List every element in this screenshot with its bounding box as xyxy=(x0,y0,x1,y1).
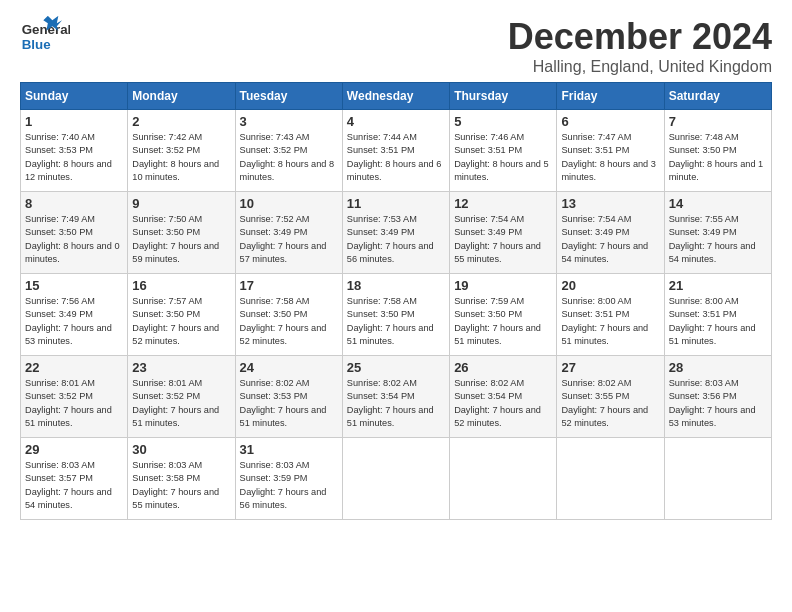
day-number: 30 xyxy=(132,442,230,457)
day-info: Sunrise: 7:46 AMSunset: 3:51 PMDaylight:… xyxy=(454,131,552,184)
day-info: Sunrise: 8:00 AMSunset: 3:51 PMDaylight:… xyxy=(669,295,767,348)
day-number: 28 xyxy=(669,360,767,375)
day-number: 20 xyxy=(561,278,659,293)
day-info: Sunrise: 8:00 AMSunset: 3:51 PMDaylight:… xyxy=(561,295,659,348)
day-number: 3 xyxy=(240,114,338,129)
col-sunday: Sunday xyxy=(21,83,128,110)
day-info: Sunrise: 7:43 AMSunset: 3:52 PMDaylight:… xyxy=(240,131,338,184)
day-info: Sunrise: 7:53 AMSunset: 3:49 PMDaylight:… xyxy=(347,213,445,266)
main-title: December 2024 xyxy=(508,16,772,58)
calendar-cell: 8Sunrise: 7:49 AMSunset: 3:50 PMDaylight… xyxy=(21,192,128,274)
day-info: Sunrise: 7:52 AMSunset: 3:49 PMDaylight:… xyxy=(240,213,338,266)
day-info: Sunrise: 8:02 AMSunset: 3:55 PMDaylight:… xyxy=(561,377,659,430)
day-number: 6 xyxy=(561,114,659,129)
calendar-cell: 21Sunrise: 8:00 AMSunset: 3:51 PMDayligh… xyxy=(664,274,771,356)
day-number: 11 xyxy=(347,196,445,211)
calendar-week-1: 1Sunrise: 7:40 AMSunset: 3:53 PMDaylight… xyxy=(21,110,772,192)
day-number: 31 xyxy=(240,442,338,457)
day-info: Sunrise: 7:54 AMSunset: 3:49 PMDaylight:… xyxy=(454,213,552,266)
day-info: Sunrise: 8:02 AMSunset: 3:54 PMDaylight:… xyxy=(454,377,552,430)
day-number: 25 xyxy=(347,360,445,375)
calendar-cell: 14Sunrise: 7:55 AMSunset: 3:49 PMDayligh… xyxy=(664,192,771,274)
title-block: December 2024 Halling, England, United K… xyxy=(508,16,772,76)
day-number: 10 xyxy=(240,196,338,211)
calendar-cell: 18Sunrise: 7:58 AMSunset: 3:50 PMDayligh… xyxy=(342,274,449,356)
day-info: Sunrise: 7:58 AMSunset: 3:50 PMDaylight:… xyxy=(347,295,445,348)
calendar-week-2: 8Sunrise: 7:49 AMSunset: 3:50 PMDaylight… xyxy=(21,192,772,274)
day-info: Sunrise: 8:03 AMSunset: 3:56 PMDaylight:… xyxy=(669,377,767,430)
day-info: Sunrise: 7:58 AMSunset: 3:50 PMDaylight:… xyxy=(240,295,338,348)
day-info: Sunrise: 7:49 AMSunset: 3:50 PMDaylight:… xyxy=(25,213,123,266)
day-number: 12 xyxy=(454,196,552,211)
calendar-cell: 22Sunrise: 8:01 AMSunset: 3:52 PMDayligh… xyxy=(21,356,128,438)
day-number: 4 xyxy=(347,114,445,129)
day-info: Sunrise: 8:02 AMSunset: 3:54 PMDaylight:… xyxy=(347,377,445,430)
calendar-cell: 23Sunrise: 8:01 AMSunset: 3:52 PMDayligh… xyxy=(128,356,235,438)
svg-text:General: General xyxy=(22,22,70,37)
day-number: 17 xyxy=(240,278,338,293)
calendar-cell: 17Sunrise: 7:58 AMSunset: 3:50 PMDayligh… xyxy=(235,274,342,356)
calendar-week-5: 29Sunrise: 8:03 AMSunset: 3:57 PMDayligh… xyxy=(21,438,772,520)
calendar-cell: 6Sunrise: 7:47 AMSunset: 3:51 PMDaylight… xyxy=(557,110,664,192)
col-thursday: Thursday xyxy=(450,83,557,110)
calendar-cell: 13Sunrise: 7:54 AMSunset: 3:49 PMDayligh… xyxy=(557,192,664,274)
calendar-cell: 9Sunrise: 7:50 AMSunset: 3:50 PMDaylight… xyxy=(128,192,235,274)
day-info: Sunrise: 7:59 AMSunset: 3:50 PMDaylight:… xyxy=(454,295,552,348)
day-number: 19 xyxy=(454,278,552,293)
day-info: Sunrise: 8:03 AMSunset: 3:59 PMDaylight:… xyxy=(240,459,338,512)
day-number: 29 xyxy=(25,442,123,457)
day-info: Sunrise: 7:57 AMSunset: 3:50 PMDaylight:… xyxy=(132,295,230,348)
day-info: Sunrise: 7:54 AMSunset: 3:49 PMDaylight:… xyxy=(561,213,659,266)
day-info: Sunrise: 8:03 AMSunset: 3:57 PMDaylight:… xyxy=(25,459,123,512)
day-number: 2 xyxy=(132,114,230,129)
day-number: 22 xyxy=(25,360,123,375)
day-number: 1 xyxy=(25,114,123,129)
calendar-cell xyxy=(557,438,664,520)
day-number: 15 xyxy=(25,278,123,293)
calendar-cell: 30Sunrise: 8:03 AMSunset: 3:58 PMDayligh… xyxy=(128,438,235,520)
day-number: 7 xyxy=(669,114,767,129)
calendar-week-4: 22Sunrise: 8:01 AMSunset: 3:52 PMDayligh… xyxy=(21,356,772,438)
header: General Blue December 2024 Halling, Engl… xyxy=(20,16,772,76)
calendar-cell xyxy=(342,438,449,520)
logo-icon: General Blue xyxy=(20,16,70,56)
day-info: Sunrise: 7:56 AMSunset: 3:49 PMDaylight:… xyxy=(25,295,123,348)
day-info: Sunrise: 7:44 AMSunset: 3:51 PMDaylight:… xyxy=(347,131,445,184)
calendar-cell: 16Sunrise: 7:57 AMSunset: 3:50 PMDayligh… xyxy=(128,274,235,356)
calendar-cell: 26Sunrise: 8:02 AMSunset: 3:54 PMDayligh… xyxy=(450,356,557,438)
day-info: Sunrise: 7:40 AMSunset: 3:53 PMDaylight:… xyxy=(25,131,123,184)
day-info: Sunrise: 7:50 AMSunset: 3:50 PMDaylight:… xyxy=(132,213,230,266)
calendar-cell: 25Sunrise: 8:02 AMSunset: 3:54 PMDayligh… xyxy=(342,356,449,438)
calendar-cell: 2Sunrise: 7:42 AMSunset: 3:52 PMDaylight… xyxy=(128,110,235,192)
calendar-cell: 27Sunrise: 8:02 AMSunset: 3:55 PMDayligh… xyxy=(557,356,664,438)
page-container: General Blue December 2024 Halling, Engl… xyxy=(0,0,792,530)
calendar-cell: 15Sunrise: 7:56 AMSunset: 3:49 PMDayligh… xyxy=(21,274,128,356)
calendar-cell: 19Sunrise: 7:59 AMSunset: 3:50 PMDayligh… xyxy=(450,274,557,356)
day-number: 5 xyxy=(454,114,552,129)
day-number: 13 xyxy=(561,196,659,211)
subtitle: Halling, England, United Kingdom xyxy=(508,58,772,76)
day-number: 27 xyxy=(561,360,659,375)
calendar-cell: 1Sunrise: 7:40 AMSunset: 3:53 PMDaylight… xyxy=(21,110,128,192)
calendar-table: Sunday Monday Tuesday Wednesday Thursday… xyxy=(20,82,772,520)
calendar-cell xyxy=(450,438,557,520)
col-saturday: Saturday xyxy=(664,83,771,110)
calendar-cell: 11Sunrise: 7:53 AMSunset: 3:49 PMDayligh… xyxy=(342,192,449,274)
day-info: Sunrise: 7:42 AMSunset: 3:52 PMDaylight:… xyxy=(132,131,230,184)
day-info: Sunrise: 7:48 AMSunset: 3:50 PMDaylight:… xyxy=(669,131,767,184)
calendar-cell: 29Sunrise: 8:03 AMSunset: 3:57 PMDayligh… xyxy=(21,438,128,520)
calendar-cell: 3Sunrise: 7:43 AMSunset: 3:52 PMDaylight… xyxy=(235,110,342,192)
day-number: 26 xyxy=(454,360,552,375)
calendar-cell: 20Sunrise: 8:00 AMSunset: 3:51 PMDayligh… xyxy=(557,274,664,356)
header-row: Sunday Monday Tuesday Wednesday Thursday… xyxy=(21,83,772,110)
day-info: Sunrise: 8:01 AMSunset: 3:52 PMDaylight:… xyxy=(132,377,230,430)
day-number: 21 xyxy=(669,278,767,293)
calendar-cell: 7Sunrise: 7:48 AMSunset: 3:50 PMDaylight… xyxy=(664,110,771,192)
day-number: 16 xyxy=(132,278,230,293)
day-number: 18 xyxy=(347,278,445,293)
calendar-cell xyxy=(664,438,771,520)
calendar-cell: 5Sunrise: 7:46 AMSunset: 3:51 PMDaylight… xyxy=(450,110,557,192)
col-friday: Friday xyxy=(557,83,664,110)
day-number: 23 xyxy=(132,360,230,375)
calendar-cell: 12Sunrise: 7:54 AMSunset: 3:49 PMDayligh… xyxy=(450,192,557,274)
